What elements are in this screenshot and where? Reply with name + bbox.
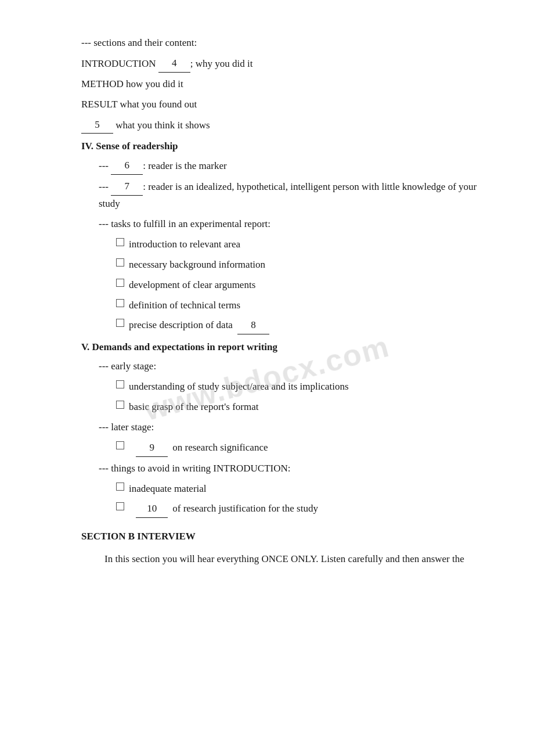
blank-8: 8 xyxy=(237,317,269,334)
checkbox-item-8: 9 on research significance xyxy=(81,440,488,457)
section-v-title: V. Demands and expectations in report wr… xyxy=(81,339,488,356)
avoid-header: --- things to avoid in writing INTRODUCT… xyxy=(81,460,488,477)
checkbox-item-4: definition of technical terms xyxy=(81,297,488,314)
early-stage-header: --- early stage: xyxy=(81,358,488,375)
method-text: METHOD how you did it xyxy=(81,78,183,89)
blank5-line: 5 what you think it shows xyxy=(81,117,488,134)
blank-7: 7 xyxy=(111,178,143,196)
section-v-text: V. Demands and expectations in report wr… xyxy=(81,341,277,352)
early-stage-text: --- early stage: xyxy=(99,361,156,372)
blank-4: 4 xyxy=(158,55,190,73)
cb2-text: necessary background information xyxy=(129,257,265,273)
cb10-prefix xyxy=(129,501,131,517)
blank7-suffix: : reader is an idealized, hypothetical, … xyxy=(99,181,477,209)
blank-9: 9 xyxy=(136,440,168,457)
cb8-prefix xyxy=(129,440,131,456)
cb10-suffix: of research justification for the study xyxy=(172,501,318,517)
blank6-line: --- 6: reader is the marker xyxy=(81,157,488,175)
later-stage-header: --- later stage: xyxy=(81,419,488,436)
section-b-title: SECTION B INTERVIEW xyxy=(81,528,488,545)
checkbox-item-1: introduction to relevant area xyxy=(81,236,488,253)
checkbox-2 xyxy=(116,258,124,267)
cb3-text: development of clear arguments xyxy=(129,277,255,294)
tasks-header: --- tasks to fulfill in an experimental … xyxy=(81,216,488,233)
cb6-text: understanding of study subject/area and … xyxy=(129,379,349,395)
cb1-text: introduction to relevant area xyxy=(129,236,240,253)
result-line: RESULT what you found out xyxy=(81,96,488,113)
checkbox-5 xyxy=(116,319,124,327)
cb8-suffix: on research significance xyxy=(172,440,268,456)
blank-5: 5 xyxy=(81,117,113,134)
checkbox-4 xyxy=(116,299,124,307)
checkbox-10 xyxy=(116,502,124,510)
blank6-suffix: : reader is the marker xyxy=(143,160,226,171)
later-stage-text: --- later stage: xyxy=(99,422,154,433)
introduction-line: INTRODUCTION 4; why you did it xyxy=(81,55,488,73)
checkbox-item-7: basic grasp of the report's format xyxy=(81,399,488,416)
result-text: RESULT what you found out xyxy=(81,99,197,110)
checkbox-8 xyxy=(116,441,124,449)
checkbox-item-2: necessary background information xyxy=(81,257,488,273)
checkbox-1 xyxy=(116,238,124,246)
blank-6: 6 xyxy=(111,157,143,175)
checkbox-item-3: development of clear arguments xyxy=(81,277,488,294)
checkbox-item-5: precise description of data 8 xyxy=(81,317,488,334)
blank-10: 10 xyxy=(136,501,168,518)
tasks-header-text: --- tasks to fulfill in an experimental … xyxy=(99,218,270,229)
section-b-para-text: In this section you will hear everything… xyxy=(104,553,464,564)
blank7-line: --- 7: reader is an idealized, hypotheti… xyxy=(81,178,488,213)
section-iv-title: IV. Sense of readership xyxy=(81,138,488,155)
cb5-prefix: precise description of data xyxy=(129,317,233,334)
checkbox-item-6: understanding of study subject/area and … xyxy=(81,379,488,395)
section-b-text: SECTION B INTERVIEW xyxy=(81,531,196,542)
cb7-text: basic grasp of the report's format xyxy=(129,399,259,416)
checkbox-9 xyxy=(116,483,124,491)
checkbox-7 xyxy=(116,401,124,409)
blank5-suffix: what you think it shows xyxy=(113,120,210,131)
intro-suffix: ; why you did it xyxy=(190,58,253,69)
checkbox-3 xyxy=(116,279,124,287)
blank7-prefix: --- xyxy=(99,181,111,192)
cb4-text: definition of technical terms xyxy=(129,297,240,314)
document-content: --- sections and their content: INTRODUC… xyxy=(81,35,488,568)
sections-header-text: --- sections and their content: xyxy=(81,37,197,48)
checkbox-item-9: inadequate material xyxy=(81,481,488,498)
intro-label: INTRODUCTION xyxy=(81,58,158,69)
checkbox-6 xyxy=(116,380,124,388)
avoid-header-text: --- things to avoid in writing INTRODUCT… xyxy=(99,463,291,474)
cb9-text: inadequate material xyxy=(129,481,207,498)
section-iv-text: IV. Sense of readership xyxy=(81,141,178,152)
blank6-prefix: --- xyxy=(99,160,111,171)
checkbox-item-10: 10 of research justification for the stu… xyxy=(81,501,488,518)
section-b-paragraph: In this section you will hear everything… xyxy=(81,551,488,568)
method-line: METHOD how you did it xyxy=(81,76,488,93)
sections-header: --- sections and their content: xyxy=(81,35,488,52)
